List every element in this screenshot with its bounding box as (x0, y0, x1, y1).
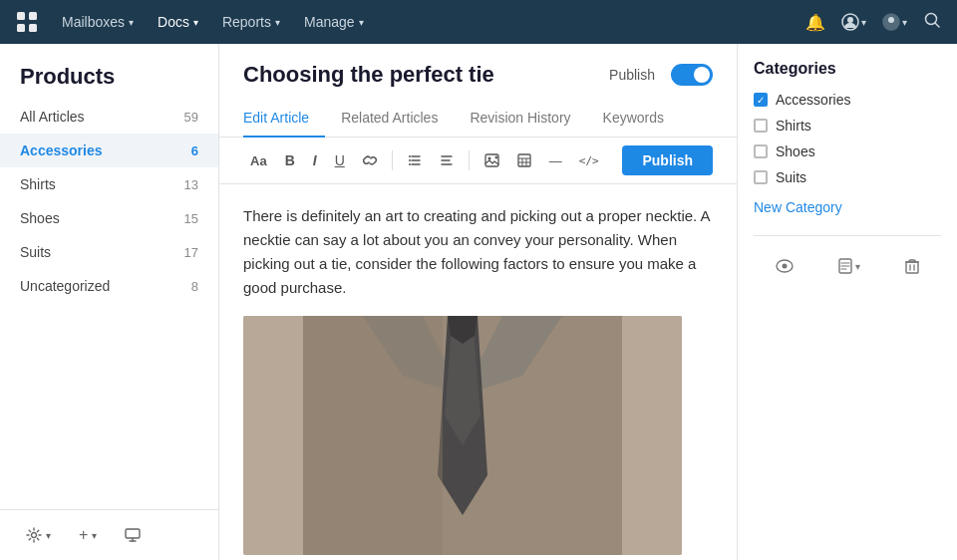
article-title: Choosing the perfect tie (243, 62, 593, 88)
tab-edit-article[interactable]: Edit Article (243, 100, 325, 138)
svg-point-17 (409, 155, 411, 157)
add-button[interactable]: + ▾ (69, 520, 107, 550)
delete-button[interactable] (899, 252, 925, 280)
chevron-down-icon: ▾ (359, 17, 364, 28)
panel-divider (754, 235, 941, 236)
image-btn[interactable] (478, 149, 506, 171)
user-settings-icon[interactable]: ▾ (841, 13, 866, 31)
svg-rect-39 (303, 316, 443, 555)
sidebar-item-shirts[interactable]: Shirts 13 (0, 167, 218, 201)
underline-btn[interactable]: U (328, 148, 352, 172)
list-btn[interactable] (401, 149, 429, 171)
top-nav: Mailboxes ▾ Docs ▾ Reports ▾ Manage ▾ 🔔 … (0, 0, 957, 44)
category-suits-checkbox[interactable] (754, 170, 768, 184)
settings-button[interactable]: ▾ (16, 521, 61, 549)
publish-toggle[interactable] (671, 64, 713, 86)
editor-image (243, 316, 682, 555)
chevron-down-icon: ▾ (861, 17, 866, 28)
link-btn[interactable] (356, 149, 384, 171)
article-header: Choosing the perfect tie Publish (219, 44, 737, 88)
layout: Products All Articles 59 Accessories 6 S… (0, 44, 957, 560)
svg-point-24 (487, 157, 490, 160)
monitor-button[interactable] (115, 521, 151, 549)
sidebar-item-all-articles[interactable]: All Articles 59 (0, 100, 218, 134)
sidebar-item-uncategorized[interactable]: Uncategorized 8 (0, 269, 218, 303)
chevron-down-icon: ▾ (275, 17, 280, 28)
save-chevron: ▾ (855, 261, 860, 272)
svg-line-9 (935, 23, 939, 27)
editor-toolbar: Aa B I U — </> Publish (219, 138, 737, 184)
nav-manage[interactable]: Manage ▾ (304, 14, 364, 30)
svg-point-10 (32, 533, 37, 538)
sidebar-footer: ▾ + ▾ (0, 509, 218, 560)
publish-label: Publish (609, 67, 655, 83)
category-shoes-checkbox[interactable] (754, 144, 768, 158)
align-btn[interactable] (433, 149, 461, 171)
svg-point-19 (409, 163, 411, 165)
sidebar-item-suits[interactable]: Suits 17 (0, 235, 218, 269)
hr-btn[interactable]: — (542, 149, 568, 172)
category-suits: Suits (754, 169, 941, 185)
svg-point-42 (783, 264, 788, 269)
code-btn[interactable]: </> (572, 150, 606, 171)
svg-rect-47 (906, 262, 918, 273)
right-panel: Categories ✓ Accessories Shirts Shoes Su… (738, 44, 957, 560)
settings-chevron: ▾ (46, 530, 51, 541)
toolbar-divider-1 (392, 150, 393, 170)
sidebar-list: All Articles 59 Accessories 6 Shirts 13 … (0, 100, 218, 509)
sidebar-item-accessories[interactable]: Accessories 6 (0, 134, 218, 167)
nav-mailboxes[interactable]: Mailboxes ▾ (62, 14, 134, 30)
italic-btn[interactable]: I (306, 148, 324, 172)
svg-rect-1 (29, 12, 37, 20)
search-icon[interactable] (923, 11, 941, 33)
chevron-down-icon: ▾ (129, 17, 134, 28)
categories-title: Categories (754, 60, 941, 78)
editor-area[interactable]: There is definitely an art to creating a… (219, 184, 737, 560)
plus-icon: + (79, 526, 88, 544)
editor-body-text: There is definitely an art to creating a… (243, 204, 713, 300)
toggle-thumb (694, 67, 710, 83)
main-content: Choosing the perfect tie Publish Edit Ar… (219, 44, 738, 560)
category-accessories-checkbox[interactable]: ✓ (754, 93, 768, 107)
logo-icon (16, 11, 38, 33)
nav-right: 🔔 ▾ ▾ (805, 11, 941, 33)
tab-keywords[interactable]: Keywords (587, 100, 680, 138)
svg-rect-11 (126, 529, 140, 538)
tab-related-articles[interactable]: Related Articles (325, 100, 454, 138)
chevron-down-icon: ▾ (902, 17, 907, 28)
nav-docs[interactable]: Docs ▾ (158, 14, 198, 30)
svg-point-5 (847, 17, 853, 23)
table-btn[interactable] (510, 149, 538, 171)
sidebar-item-shoes[interactable]: Shoes 15 (0, 201, 218, 235)
svg-rect-0 (17, 12, 25, 20)
bold-btn[interactable]: B (278, 148, 302, 172)
publish-button[interactable]: Publish (622, 145, 713, 175)
panel-actions: ▾ (754, 244, 941, 288)
category-shoes: Shoes (754, 143, 941, 159)
category-shirts: Shirts (754, 118, 941, 134)
category-accessories: ✓ Accessories (754, 92, 941, 108)
save-button[interactable]: ▾ (832, 252, 866, 280)
svg-rect-27 (518, 154, 530, 166)
toolbar-divider-2 (469, 150, 470, 170)
user-icon[interactable]: ▾ (882, 13, 907, 31)
article-tabs: Edit Article Related Articles Revision H… (219, 100, 737, 138)
sidebar: Products All Articles 59 Accessories 6 S… (0, 44, 219, 560)
font-size-btn[interactable]: Aa (243, 149, 274, 172)
svg-point-7 (888, 17, 894, 23)
add-chevron: ▾ (92, 530, 97, 541)
sidebar-title: Products (0, 44, 218, 100)
chevron-down-icon: ▾ (193, 17, 198, 28)
preview-button[interactable] (770, 253, 799, 279)
svg-point-18 (409, 159, 411, 161)
bell-icon[interactable]: 🔔 (805, 13, 825, 32)
nav-reports[interactable]: Reports ▾ (222, 14, 280, 30)
svg-rect-3 (29, 24, 37, 32)
new-category-button[interactable]: New Category (754, 199, 941, 215)
category-shirts-checkbox[interactable] (754, 119, 768, 133)
svg-rect-2 (17, 24, 25, 32)
tab-revision-history[interactable]: Revision History (454, 100, 586, 138)
